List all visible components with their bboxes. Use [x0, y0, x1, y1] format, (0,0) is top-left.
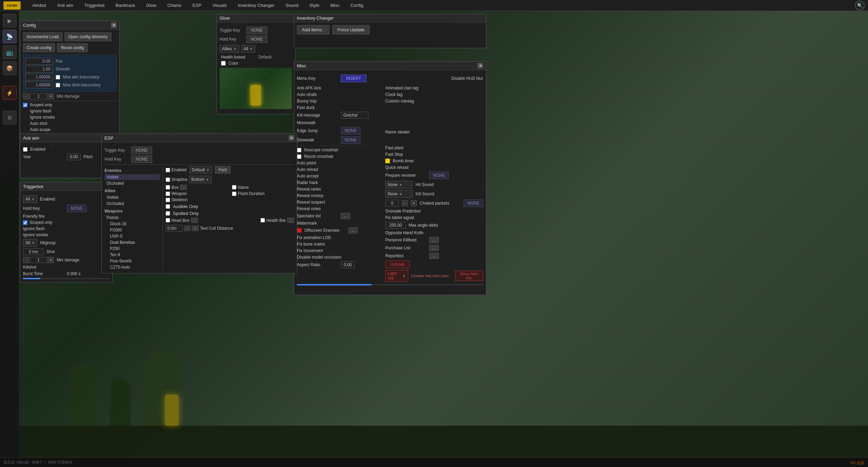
esp-five-seven[interactable]: Five-SeveN [104, 258, 160, 264]
reset-config-button[interactable]: Reset config [57, 43, 88, 52]
misc-close-button[interactable]: ✕ [478, 63, 483, 68]
smooth-value-input[interactable] [25, 66, 53, 73]
trigger-scoped-checkbox[interactable] [23, 220, 27, 225]
trigger-shot-input[interactable] [23, 248, 44, 255]
max-shot-checkbox[interactable] [56, 83, 60, 87]
min-damage-decrease[interactable]: - [23, 93, 29, 99]
esp-weapon-checkbox[interactable] [166, 192, 170, 196]
esp-p2000[interactable]: P2000 [104, 227, 160, 233]
esp-healthbar-checkbox[interactable] [260, 218, 265, 222]
antiaim-yaw-input[interactable] [67, 153, 81, 160]
min-damage-increase[interactable]: + [48, 93, 54, 99]
slowwalk-key-btn[interactable]: NONE [341, 136, 360, 144]
esp-cull-decrease[interactable]: - [184, 226, 190, 231]
glow-allies-dropdown[interactable]: Allies ▼ [220, 45, 239, 53]
menu-misc[interactable]: Misc [328, 1, 342, 9]
force-update-button[interactable]: Force Update [332, 25, 370, 34]
inv-panel-title[interactable]: Inventory Changer [294, 14, 486, 22]
esp-flash-checkbox[interactable] [232, 192, 236, 196]
trigger-min-increase[interactable]: + [48, 257, 54, 263]
trigger-all-dropdown[interactable]: All ▼ [23, 195, 37, 203]
esp-cull-input[interactable] [166, 225, 183, 232]
menu-triggerbot[interactable]: Triggerbot [82, 1, 107, 9]
esp-close-button[interactable]: ✕ [289, 135, 294, 141]
trigger-hitgroup-dropdown[interactable]: All ▼ [23, 239, 37, 247]
trigger-progress[interactable] [23, 278, 110, 279]
trigger-hold-btn[interactable]: NONE [67, 205, 87, 212]
esp-headbox-more-btn[interactable]: ... [191, 218, 198, 223]
esp-allies-visible[interactable]: Visible [104, 194, 160, 200]
esp-allies-occluded[interactable]: Occluded [104, 200, 160, 207]
menu-esp[interactable]: ESP [190, 1, 203, 9]
choked-key-btn[interactable]: NONE [464, 199, 483, 207]
esp-headbox-checkbox[interactable] [166, 218, 170, 222]
esp-tec9[interactable]: Tec-9 [104, 252, 160, 258]
kill-message-input[interactable] [341, 112, 368, 119]
glow-all-dropdown[interactable]: All ▼ [241, 45, 255, 53]
esp-spotted-checkbox[interactable] [166, 211, 170, 216]
sidebar-play-icon[interactable]: ▶ [3, 14, 16, 28]
esp-panel-title[interactable]: ESP ✕ [102, 134, 297, 142]
esp-audible-checkbox[interactable] [166, 204, 170, 209]
glow-hold-btn[interactable]: NONE [246, 35, 267, 43]
menu-key-btn[interactable]: INSERT [341, 75, 366, 82]
esp-cz75[interactable]: CZ75-Auto [104, 264, 160, 270]
trigger-min-decrease[interactable]: - [23, 257, 29, 263]
max-angle-input[interactable] [385, 222, 406, 229]
esp-box-more-btn[interactable]: ... [180, 185, 187, 190]
sidebar-box-icon[interactable]: 📦 [3, 61, 16, 75]
preserve-killfeed-more-btn[interactable]: ... [429, 237, 438, 243]
max-shot-input[interactable] [25, 82, 53, 88]
esp-skeleton-checkbox[interactable] [166, 198, 170, 202]
scoped-only-checkbox[interactable] [23, 103, 27, 107]
config-panel-title[interactable]: Config ✕ [20, 21, 119, 30]
glow-panel-title[interactable]: Glow [217, 14, 295, 22]
open-directory-button[interactable]: Open config directory [65, 32, 111, 41]
unhook-button[interactable]: Unhook [385, 261, 410, 268]
choked-num-input[interactable] [385, 200, 399, 207]
min-damage-input[interactable] [30, 93, 47, 99]
menu-backtrack[interactable]: Backtrack [113, 1, 137, 9]
esp-snapline-checkbox[interactable] [166, 177, 170, 182]
esp-name-checkbox[interactable] [232, 185, 236, 189]
esp-box-checkbox[interactable] [166, 185, 170, 189]
esp-snapline-value-dropdown[interactable]: Bottom ▼ [189, 176, 212, 183]
spectator-more-btn[interactable]: ... [341, 213, 350, 219]
fov-value-input[interactable] [25, 58, 53, 65]
menu-sound[interactable]: Sound [283, 1, 301, 9]
trigger-panel-title[interactable]: Triggerbot [20, 183, 112, 191]
max-aim-input[interactable] [25, 74, 53, 80]
noscope-checkbox[interactable] [297, 148, 301, 152]
reportbot-more-btn[interactable]: ... [429, 253, 438, 259]
misc-panel-title[interactable]: Misc ✕ [294, 62, 486, 70]
esp-usp-s[interactable]: USP-S [104, 233, 160, 239]
esp-enemies-occluded[interactable]: Occluded [104, 180, 160, 186]
create-config-button[interactable]: Create config [23, 43, 55, 52]
glow-toggle-btn[interactable]: NONE [246, 26, 267, 34]
menu-visuals[interactable]: Visuals [210, 1, 229, 9]
sidebar-alert-icon[interactable]: ⚡ [3, 86, 16, 100]
esp-glock18[interactable]: Glock-18 [104, 221, 160, 227]
incremental-load-button[interactable]: Incremental Load [23, 32, 63, 41]
esp-toggle-btn[interactable]: NONE [131, 146, 152, 154]
menu-glow[interactable]: Glow [144, 1, 158, 9]
sidebar-tv-icon[interactable]: 📺 [3, 45, 16, 59]
sidebar-settings-icon[interactable]: ⚙ [3, 111, 16, 124]
esp-p250[interactable]: P250 [104, 246, 160, 252]
menu-inventory-changer[interactable]: Inventory Changer [236, 1, 277, 9]
prepare-revolver-key-btn[interactable]: NONE [429, 172, 449, 179]
setup-fake-ban-btn[interactable]: Setup fake ban [455, 271, 483, 281]
max-aim-checkbox[interactable] [56, 75, 60, 79]
trigger-min-input[interactable] [30, 257, 47, 263]
esp-dual-berettas[interactable]: Dual Berettas [104, 239, 160, 246]
recoil-checkbox[interactable] [297, 154, 301, 159]
glow-color-box[interactable] [221, 61, 226, 66]
purchase-list-more-btn[interactable]: ... [429, 245, 438, 251]
menu-chams[interactable]: Chams [165, 1, 183, 9]
sidebar-wifi-icon[interactable]: 📡 [3, 30, 16, 43]
misc-scrollbar[interactable] [297, 284, 483, 285]
esp-font-button[interactable]: Font [215, 166, 231, 174]
kill-sound-dropdown[interactable]: None ▼ [385, 190, 413, 198]
esp-enabled-checkbox[interactable] [166, 168, 170, 172]
choked-increase[interactable]: + [411, 200, 417, 206]
